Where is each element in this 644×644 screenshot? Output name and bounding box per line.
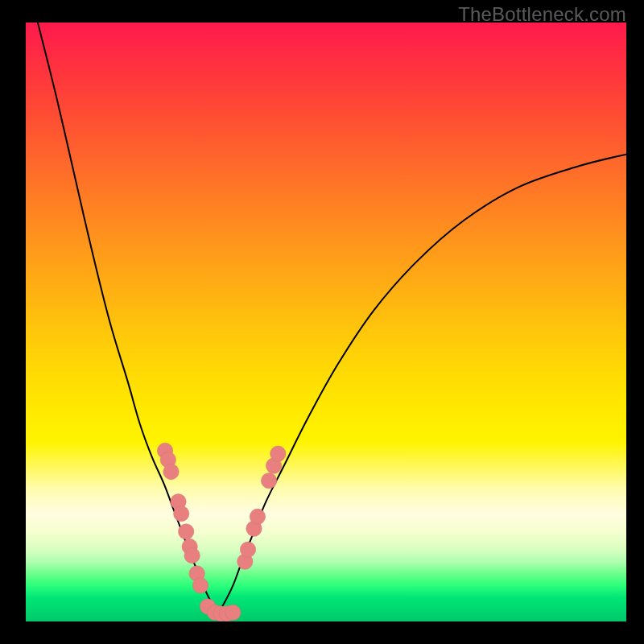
left-curve [38,23,218,613]
plot-area [26,23,626,621]
data-point [178,524,193,539]
data-point [163,464,179,479]
data-point [250,509,265,524]
data-point [261,473,276,488]
right-curve [218,155,626,613]
chart-svg [26,23,626,621]
chart-frame: TheBottleneck.com [0,0,644,644]
data-point [270,446,286,461]
data-point [192,578,208,593]
data-point [240,542,255,557]
watermark-label: TheBottleneck.com [458,3,626,26]
data-points [157,443,286,621]
data-point [174,506,189,521]
data-point [225,605,241,620]
data-point [184,547,200,563]
